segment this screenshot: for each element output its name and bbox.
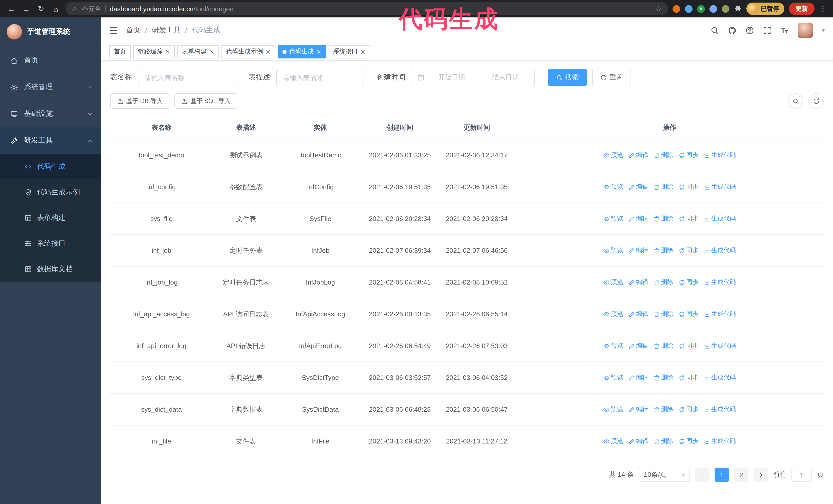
page-button-2[interactable]: 2 bbox=[734, 467, 748, 482]
edit-link[interactable]: 编辑 bbox=[628, 214, 648, 223]
tab-form-builder[interactable]: 表单构建 bbox=[177, 45, 219, 58]
sync-link[interactable]: 同步 bbox=[679, 183, 698, 191]
generate-code-link[interactable]: 生成代码 bbox=[704, 246, 736, 255]
tab-codegen[interactable]: 代码生成 bbox=[278, 45, 326, 58]
generate-code-link[interactable]: 生成代码 bbox=[704, 341, 736, 350]
close-icon[interactable] bbox=[265, 49, 271, 54]
preview-link[interactable]: 预览 bbox=[603, 246, 623, 255]
edit-link[interactable]: 编辑 bbox=[628, 183, 648, 191]
sidebar-item-devtools[interactable]: 研发工具 bbox=[0, 127, 101, 154]
delete-link[interactable]: 删除 bbox=[653, 278, 673, 287]
sync-link[interactable]: 同步 bbox=[679, 246, 698, 255]
generate-code-link[interactable]: 生成代码 bbox=[704, 310, 736, 318]
caret-down-icon[interactable]: ▾ bbox=[822, 27, 825, 34]
edit-link[interactable]: 编辑 bbox=[628, 373, 648, 382]
page-button-1[interactable]: 1 bbox=[715, 467, 729, 482]
help-icon[interactable] bbox=[745, 26, 754, 34]
generate-code-link[interactable]: 生成代码 bbox=[704, 214, 736, 223]
sidebar-item-db-doc[interactable]: 数据库文档 bbox=[0, 256, 101, 282]
sidebar-logo[interactable]: 芋道管理系统 bbox=[0, 18, 101, 46]
page-size-select[interactable]: 10条/页 ▾ bbox=[639, 467, 690, 482]
profile-paused-chip[interactable]: 已暂停 bbox=[746, 3, 784, 15]
preview-link[interactable]: 预览 bbox=[603, 183, 623, 191]
edit-link[interactable]: 编辑 bbox=[628, 341, 648, 350]
prev-page-button[interactable] bbox=[695, 467, 710, 482]
extension-icon-2[interactable] bbox=[685, 5, 693, 13]
back-icon[interactable]: ← bbox=[6, 4, 17, 13]
delete-link[interactable]: 删除 bbox=[653, 183, 673, 191]
breadcrumb-devtools[interactable]: 研发工具 bbox=[152, 26, 181, 35]
import-db-button[interactable]: 基于 DB 导入 bbox=[110, 93, 169, 109]
close-icon[interactable] bbox=[360, 49, 365, 54]
user-avatar[interactable] bbox=[798, 23, 813, 38]
preview-link[interactable]: 预览 bbox=[603, 341, 623, 350]
delete-link[interactable]: 删除 bbox=[653, 437, 673, 446]
close-icon[interactable] bbox=[316, 49, 322, 54]
search-button[interactable]: 搜索 bbox=[548, 69, 587, 86]
table-desc-input[interactable] bbox=[276, 69, 363, 86]
sidebar-item-form-builder[interactable]: 表单构建 bbox=[0, 205, 101, 231]
edit-link[interactable]: 编辑 bbox=[628, 246, 648, 255]
extension-icon-5[interactable] bbox=[722, 5, 730, 13]
sync-link[interactable]: 同步 bbox=[679, 341, 698, 350]
sidebar-item-codegen-demo[interactable]: 代码生成示例 bbox=[0, 179, 101, 205]
preview-link[interactable]: 预览 bbox=[603, 405, 623, 414]
date-range-picker[interactable]: 开始日期 - 结束日期 bbox=[412, 69, 535, 86]
extension-icon-3[interactable]: V bbox=[697, 5, 705, 13]
sidebar-item-codegen[interactable]: 代码生成 bbox=[0, 154, 101, 179]
edit-link[interactable]: 编辑 bbox=[628, 278, 648, 287]
generate-code-link[interactable]: 生成代码 bbox=[704, 278, 736, 287]
import-sql-button[interactable]: 基于 SQL 导入 bbox=[174, 93, 237, 109]
edit-link[interactable]: 编辑 bbox=[628, 437, 648, 446]
delete-link[interactable]: 删除 bbox=[653, 341, 673, 350]
preview-link[interactable]: 预览 bbox=[603, 278, 623, 287]
edit-link[interactable]: 编辑 bbox=[628, 405, 648, 414]
table-name-input[interactable] bbox=[138, 69, 235, 86]
delete-link[interactable]: 删除 bbox=[653, 405, 673, 414]
preview-link[interactable]: 预览 bbox=[603, 214, 623, 223]
sidebar-fold-icon[interactable]: ☰ bbox=[109, 24, 118, 36]
font-size-icon[interactable] bbox=[780, 26, 789, 34]
generate-code-link[interactable]: 生成代码 bbox=[704, 151, 736, 160]
browser-menu-icon[interactable]: ⋮ bbox=[819, 4, 827, 13]
preview-link[interactable]: 预览 bbox=[603, 310, 623, 318]
show-search-button[interactable] bbox=[788, 93, 803, 109]
tab-home[interactable]: 首页 bbox=[109, 45, 131, 58]
preview-link[interactable]: 预览 bbox=[603, 373, 623, 382]
next-page-button[interactable] bbox=[754, 467, 768, 482]
close-icon[interactable] bbox=[209, 49, 214, 54]
delete-link[interactable]: 删除 bbox=[653, 310, 673, 318]
search-icon[interactable] bbox=[711, 26, 719, 34]
sync-link[interactable]: 同步 bbox=[679, 310, 698, 318]
sidebar-item-system[interactable]: 系统管理 bbox=[0, 74, 101, 100]
sync-link[interactable]: 同步 bbox=[679, 214, 698, 223]
breadcrumb-home[interactable]: 首页 bbox=[126, 26, 140, 35]
extension-icon-1[interactable] bbox=[672, 5, 680, 13]
sync-link[interactable]: 同步 bbox=[679, 405, 698, 414]
edit-link[interactable]: 编辑 bbox=[628, 310, 648, 318]
tab-api[interactable]: 系统接口 bbox=[329, 45, 370, 58]
extension-icon-4[interactable] bbox=[710, 5, 717, 13]
reload-icon[interactable]: ↻ bbox=[36, 4, 46, 13]
sidebar-item-api[interactable]: 系统接口 bbox=[0, 231, 101, 256]
forward-icon[interactable]: → bbox=[21, 4, 31, 13]
sidebar-item-home[interactable]: 首页 bbox=[0, 47, 101, 74]
tab-codegen-demo[interactable]: 代码生成示例 bbox=[221, 45, 275, 58]
browser-update-button[interactable]: 更新 bbox=[789, 3, 814, 15]
edit-link[interactable]: 编辑 bbox=[628, 151, 648, 160]
reset-button[interactable]: 重置 bbox=[592, 69, 631, 86]
extensions-puzzle-icon[interactable] bbox=[734, 5, 742, 13]
generate-code-link[interactable]: 生成代码 bbox=[704, 405, 736, 414]
refresh-table-button[interactable] bbox=[808, 93, 824, 109]
tab-tracing[interactable]: 链路追踪 bbox=[133, 45, 175, 58]
address-bar[interactable]: ⚠ 不安全 dashboard.yudao.iocoder.cn/tool/co… bbox=[66, 2, 668, 16]
fullscreen-icon[interactable] bbox=[763, 26, 771, 34]
goto-page-input[interactable] bbox=[791, 467, 812, 482]
delete-link[interactable]: 删除 bbox=[653, 373, 673, 382]
sync-link[interactable]: 同步 bbox=[679, 278, 698, 287]
sync-link[interactable]: 同步 bbox=[679, 437, 698, 446]
page-url[interactable]: dashboard.yudao.iocoder.cn/tool/codegen bbox=[110, 5, 234, 13]
preview-link[interactable]: 预览 bbox=[603, 151, 623, 160]
home-icon[interactable]: ⌂ bbox=[51, 4, 61, 13]
bookmark-star-icon[interactable]: ☆ bbox=[656, 5, 662, 13]
